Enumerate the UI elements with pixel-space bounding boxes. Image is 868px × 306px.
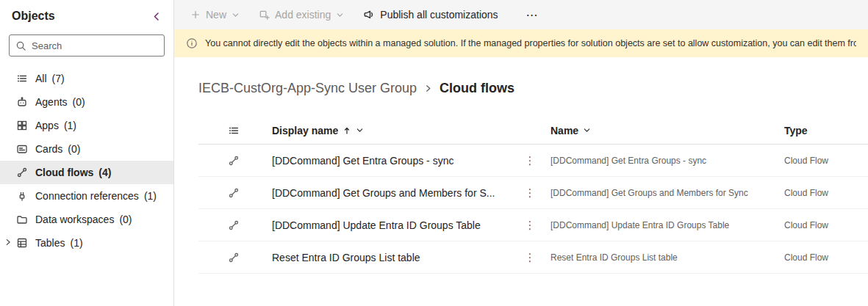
apps-grid-icon bbox=[16, 120, 28, 131]
search-icon bbox=[15, 40, 26, 51]
card-icon bbox=[16, 143, 28, 155]
cloud-flow-icon bbox=[198, 252, 269, 263]
breadcrumb-current: Cloud flows bbox=[440, 81, 514, 96]
bot-icon bbox=[16, 96, 28, 108]
row-type: Cloud Flow bbox=[780, 188, 868, 198]
sidebar-title: Objects bbox=[12, 10, 55, 23]
chevron-down-icon bbox=[232, 11, 240, 19]
row-display-name[interactable]: Reset Entra ID Groups List table bbox=[269, 241, 514, 274]
row-name: [DDCommand] Get Groups and Members for S… bbox=[546, 188, 780, 198]
command-bar: New Add existing Publish all customiza bbox=[174, 0, 868, 29]
sidebar-item-connection-references[interactable]: Connection references (1) bbox=[0, 184, 173, 208]
sidebar-header: Objects bbox=[0, 0, 173, 29]
cloud-flow-icon bbox=[16, 167, 28, 178]
sidebar-item-apps[interactable]: Apps (1) bbox=[0, 114, 173, 137]
breadcrumb-parent[interactable]: IECB-CustOrg-App-Sync User Group bbox=[198, 81, 417, 96]
more-commands-button[interactable]: ⋯ bbox=[520, 3, 545, 26]
table-row[interactable]: Reset Entra ID Groups List table ⋮ Reset… bbox=[198, 241, 868, 274]
chevron-down-icon bbox=[583, 126, 591, 134]
row-display-name[interactable]: [DDCommand] Get Groups and Members for S… bbox=[269, 177, 514, 209]
row-layout-icon[interactable] bbox=[198, 125, 269, 136]
content-area: IECB-CustOrg-App-Sync User Group Cloud f… bbox=[174, 57, 868, 306]
row-name: [DDCommand] Get Entra Groups - sync bbox=[546, 156, 780, 166]
cloud-flows-table: Display name Name bbox=[198, 117, 868, 274]
table-row[interactable]: [DDCommand] Update Entra ID Groups Table… bbox=[198, 209, 868, 241]
sidebar-item-cards[interactable]: Cards (0) bbox=[0, 137, 173, 161]
row-more-actions-button[interactable]: ⋮ bbox=[520, 249, 540, 266]
more-icon: ⋯ bbox=[526, 8, 539, 22]
publish-all-customizations-button[interactable]: Publish all customizations bbox=[356, 3, 505, 26]
column-header-type[interactable]: Type bbox=[780, 125, 868, 136]
chevron-down-icon bbox=[336, 11, 344, 19]
objects-tree: All (7) Agents (0) Apps (1) bbox=[0, 67, 173, 255]
plus-icon bbox=[190, 10, 201, 20]
chevron-down-icon bbox=[356, 126, 364, 134]
row-name: [DDCommand] Update Entra ID Groups Table bbox=[546, 220, 780, 230]
table-icon bbox=[16, 237, 28, 249]
column-header-name[interactable]: Name bbox=[546, 125, 780, 136]
publish-icon bbox=[363, 9, 375, 21]
list-icon bbox=[16, 73, 28, 84]
managed-solution-info-banner: You cannot directly edit the objects wit… bbox=[174, 29, 868, 57]
table-row[interactable]: [DDCommand] Get Entra Groups - sync ⋮ [D… bbox=[198, 145, 868, 177]
banner-text: You cannot directly edit the objects wit… bbox=[205, 38, 856, 48]
cloud-flow-icon bbox=[198, 219, 269, 231]
sidebar-item-tables[interactable]: Tables (1) bbox=[0, 231, 173, 255]
row-more-actions-button[interactable]: ⋮ bbox=[520, 185, 540, 201]
chevron-left-icon bbox=[151, 11, 162, 21]
row-display-name[interactable]: [DDCommand] Get Entra Groups - sync bbox=[269, 145, 514, 177]
row-name: Reset Entra ID Groups List table bbox=[546, 252, 780, 263]
collapse-sidebar-button[interactable] bbox=[150, 10, 163, 23]
row-type: Cloud Flow bbox=[780, 156, 868, 166]
connection-reference-icon bbox=[16, 190, 28, 202]
search-input[interactable] bbox=[32, 40, 158, 51]
search-box bbox=[9, 34, 165, 57]
sidebar-item-cloud-flows[interactable]: Cloud flows (4) bbox=[0, 161, 173, 184]
breadcrumb: IECB-CustOrg-App-Sync User Group Cloud f… bbox=[198, 81, 868, 96]
add-existing-button[interactable]: Add existing bbox=[251, 3, 351, 26]
row-more-actions-button[interactable]: ⋮ bbox=[520, 153, 540, 169]
sidebar-item-all[interactable]: All (7) bbox=[0, 67, 173, 90]
sidebar-item-data-workspaces[interactable]: Data workspaces (0) bbox=[0, 208, 173, 231]
cloud-flow-icon bbox=[198, 155, 269, 167]
row-more-actions-button[interactable]: ⋮ bbox=[520, 217, 540, 233]
new-button[interactable]: New bbox=[183, 3, 247, 26]
add-existing-icon bbox=[259, 10, 270, 21]
objects-sidebar: Objects All (7) bbox=[0, 0, 174, 306]
table-row[interactable]: [DDCommand] Get Groups and Members for S… bbox=[198, 177, 868, 209]
row-display-name[interactable]: [DDCommand] Update Entra ID Groups Table bbox=[269, 209, 514, 241]
chevron-right-icon[interactable] bbox=[4, 238, 12, 247]
row-type: Cloud Flow bbox=[780, 220, 868, 230]
cloud-flow-icon bbox=[198, 187, 269, 199]
main-panel: New Add existing Publish all customiza bbox=[174, 0, 868, 306]
folder-icon bbox=[16, 214, 28, 225]
sidebar-item-agents[interactable]: Agents (0) bbox=[0, 90, 173, 114]
table-header-row: Display name Name bbox=[198, 117, 868, 145]
info-icon bbox=[186, 37, 198, 49]
sort-ascending-icon bbox=[342, 126, 351, 135]
column-header-display-name[interactable]: Display name bbox=[269, 125, 514, 136]
row-type: Cloud Flow bbox=[780, 252, 868, 263]
chevron-right-icon bbox=[423, 84, 433, 93]
solution-objects-page: Objects All (7) bbox=[0, 0, 868, 306]
